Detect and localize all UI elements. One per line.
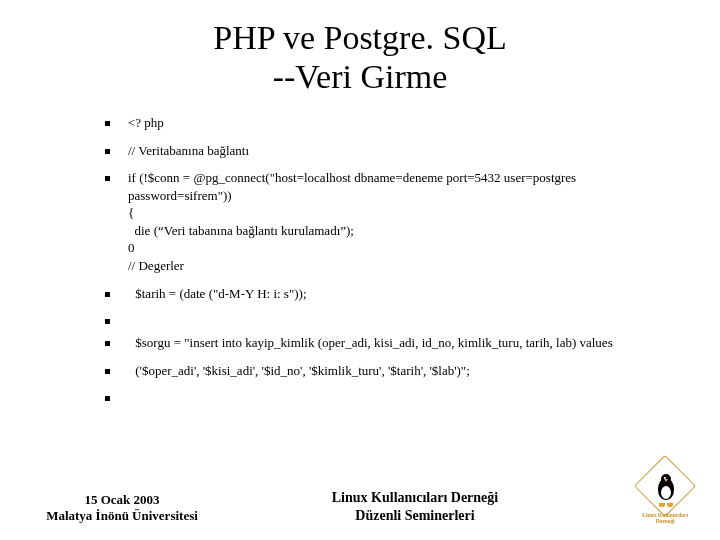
bullet-item <box>105 312 680 324</box>
footer-right: Linux Kullanıcıları Derneği <box>610 464 720 524</box>
slide-title: PHP ve Postgre. SQL --Veri Girme <box>0 0 720 96</box>
bullet-item: <? php <box>105 114 680 132</box>
lkd-logo: Linux Kullanıcıları Derneği <box>633 464 697 524</box>
bullet-item: $tarih = (date ("d-M-Y H: i: s")); <box>105 285 680 303</box>
slide-content: <? php // Veritabanına bağlantı if (!$co… <box>105 114 680 401</box>
footer-series: Düzenli Seminerleri <box>355 508 474 523</box>
bullet-icon <box>105 396 110 401</box>
bullet-item: $sorgu = "insert into kayip_kimlik (oper… <box>105 334 680 352</box>
footer-left: 15 Ocak 2003 Malatya İnönü Üniversitesi <box>0 492 220 525</box>
bullet-icon <box>105 121 110 126</box>
bullet-icon <box>105 319 110 324</box>
bullet-text: ('$oper_adi', '$kisi_adi', '$id_no', '$k… <box>128 362 680 380</box>
bullet-item: if (!$conn = @pg_connect("host=localhost… <box>105 169 680 274</box>
footer-location: Malatya İnönü Üniversitesi <box>46 508 198 523</box>
slide-footer: 15 Ocak 2003 Malatya İnönü Üniversitesi … <box>0 464 720 524</box>
tux-icon <box>655 474 677 504</box>
bullet-item <box>105 389 680 401</box>
bullet-icon <box>105 149 110 154</box>
bullet-item: ('$oper_adi', '$kisi_adi', '$id_no', '$k… <box>105 362 680 380</box>
bullet-icon <box>105 369 110 374</box>
bullet-item: // Veritabanına bağlantı <box>105 142 680 160</box>
bullet-icon <box>105 176 110 181</box>
bullet-icon <box>105 341 110 346</box>
bullet-text: $tarih = (date ("d-M-Y H: i: s")); <box>128 285 680 303</box>
bullet-text: $sorgu = "insert into kayip_kimlik (oper… <box>128 334 680 352</box>
footer-date: 15 Ocak 2003 <box>84 492 159 507</box>
bullet-text: // Veritabanına bağlantı <box>128 142 680 160</box>
title-line-2: --Veri Girme <box>273 58 448 95</box>
bullet-text: if (!$conn = @pg_connect("host=localhost… <box>128 169 680 274</box>
logo-text: Linux Kullanıcıları Derneği <box>633 512 697 524</box>
bullet-text: <? php <box>128 114 680 132</box>
footer-org: Linux Kullanıcıları Derneği <box>332 490 498 505</box>
bullet-icon <box>105 292 110 297</box>
title-line-1: PHP ve Postgre. SQL <box>213 19 506 56</box>
footer-center: Linux Kullanıcıları Derneği Düzenli Semi… <box>220 489 610 524</box>
